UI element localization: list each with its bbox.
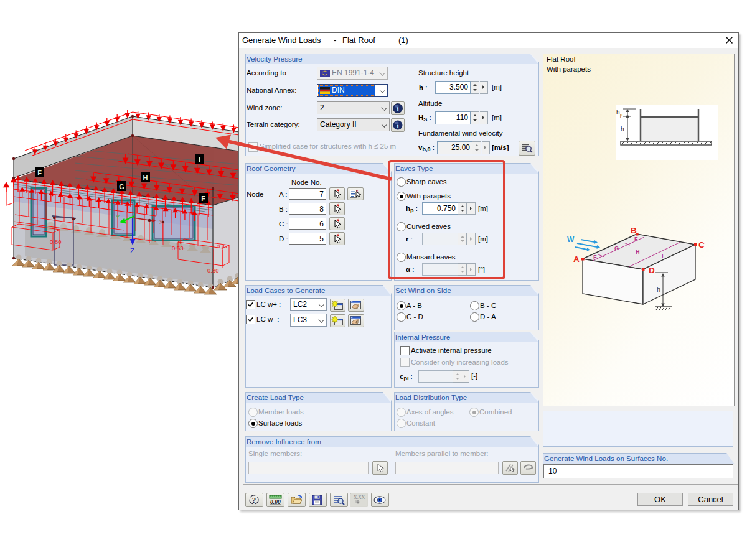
svg-text:G: G bbox=[614, 245, 619, 251]
svg-text:F: F bbox=[593, 254, 597, 260]
svg-text:p: p bbox=[620, 113, 622, 118]
svg-text:A: A bbox=[573, 254, 580, 264]
svg-text:h: h bbox=[657, 286, 660, 293]
svg-text:Z: Z bbox=[130, 247, 134, 254]
svg-text:H: H bbox=[143, 174, 148, 182]
svg-text:B: B bbox=[631, 226, 637, 235]
svg-text:F: F bbox=[201, 195, 205, 202]
svg-text:0.47: 0.47 bbox=[217, 243, 228, 250]
svg-text:F: F bbox=[37, 169, 42, 177]
svg-text:h: h bbox=[621, 126, 624, 133]
svg-text:G: G bbox=[119, 183, 125, 190]
svg-text:F: F bbox=[634, 236, 638, 242]
svg-text:0.80: 0.80 bbox=[207, 267, 219, 274]
svg-text:I: I bbox=[199, 156, 200, 163]
svg-text:h: h bbox=[616, 109, 620, 116]
svg-text:X.XX: X.XX bbox=[354, 495, 365, 500]
svg-text:0.53: 0.53 bbox=[172, 245, 184, 251]
svg-text:H: H bbox=[636, 249, 640, 255]
svg-text:Y: Y bbox=[116, 214, 120, 220]
svg-text:W: W bbox=[567, 235, 575, 244]
svg-text:C: C bbox=[698, 240, 705, 250]
svg-text:?: ? bbox=[252, 495, 256, 505]
svg-text:0.80: 0.80 bbox=[50, 238, 62, 245]
svg-text:I: I bbox=[662, 253, 664, 259]
svg-text:i: i bbox=[397, 105, 398, 113]
svg-text:i: i bbox=[397, 122, 398, 129]
svg-text:D: D bbox=[649, 266, 655, 275]
